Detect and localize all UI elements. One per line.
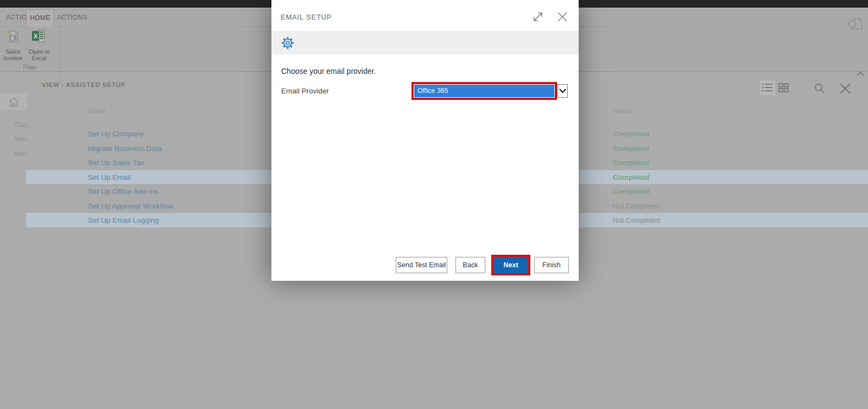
- status-badge: Not Completed: [613, 216, 660, 224]
- email-provider-label: Email Provider: [281, 87, 329, 95]
- dialog-prompt-text: Choose your email provider.: [281, 67, 376, 75]
- setup-link[interactable]: Set Up Office Add-Ins: [88, 187, 159, 196]
- column-header-name[interactable]: Name: [88, 108, 106, 115]
- lightbulb-page-icon[interactable]: [847, 16, 864, 34]
- sales-invoice-button[interactable]: Sales Invoice: [1, 28, 26, 61]
- setup-link[interactable]: Set Up Company: [88, 130, 144, 138]
- tab-actions[interactable]: ACTIONS: [56, 9, 88, 26]
- setup-link[interactable]: Set Up Approval Workflow: [88, 202, 173, 210]
- sales-invoice-icon: [5, 37, 21, 46]
- status-badge: Completed: [613, 187, 649, 196]
- sales-invoice-label: Sales Invoice: [1, 48, 26, 61]
- setup-link[interactable]: Set Up Sales Tax: [88, 159, 144, 167]
- setup-link[interactable]: Set Up Email: [88, 173, 131, 181]
- email-setup-dialog: EMAIL SETUP: [271, 0, 579, 281]
- tile-view-toggle[interactable]: [778, 83, 789, 96]
- status-badge: Completed: [613, 130, 649, 138]
- excel-icon: X: [31, 37, 47, 46]
- expand-dialog-icon[interactable]: [531, 10, 544, 26]
- column-header-status[interactable]: Status: [613, 108, 632, 115]
- svg-text:X: X: [33, 33, 37, 40]
- email-provider-select[interactable]: Office 365: [414, 85, 554, 97]
- close-page-icon[interactable]: [838, 81, 852, 98]
- status-badge: Completed: [613, 144, 649, 152]
- ribbon-group-divider: [60, 27, 60, 76]
- status-badge: Not Completed: [613, 202, 660, 210]
- status-badge: Completed: [613, 173, 649, 181]
- dialog-title: EMAIL SETUP: [281, 13, 332, 21]
- search-icon[interactable]: [813, 83, 825, 97]
- setup-link[interactable]: Migrate Business Data: [88, 144, 162, 152]
- collapse-ribbon-chevron-icon[interactable]: [856, 69, 865, 79]
- setup-link[interactable]: Set Up Email Logging: [88, 216, 159, 224]
- page-title: VIEW - ASSISTED SETUP: [42, 81, 125, 88]
- dropdown-button[interactable]: [557, 84, 568, 98]
- back-button[interactable]: Back: [455, 257, 485, 273]
- open-in-excel-label: Open in Excel: [27, 48, 52, 61]
- send-test-email-button[interactable]: Send Test Email: [396, 257, 447, 273]
- ribbon-group-page-label: Page: [0, 64, 60, 70]
- annotation-highlight-next: Next: [491, 255, 530, 275]
- annotation-highlight-box: Office 365: [411, 82, 557, 100]
- list-view-toggle[interactable]: [760, 80, 775, 95]
- status-badge: Completed: [613, 159, 649, 167]
- close-dialog-icon[interactable]: [556, 11, 568, 25]
- dialog-accent-bar: [271, 31, 579, 54]
- open-in-excel-button[interactable]: X Open in Excel: [27, 28, 52, 61]
- finish-button[interactable]: Finish: [534, 257, 569, 273]
- next-button[interactable]: Next: [493, 257, 528, 273]
- dialog-footer: Send Test Email Back Next Finish: [396, 255, 569, 275]
- tab-home[interactable]: HOME: [26, 9, 54, 27]
